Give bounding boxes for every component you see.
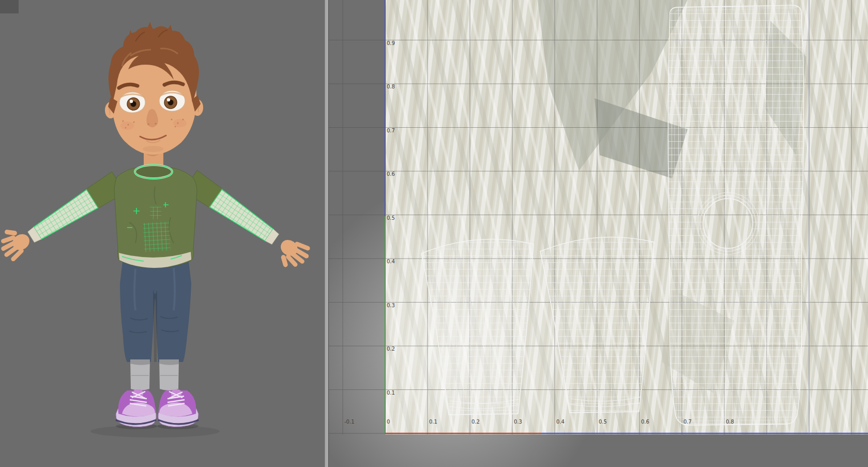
u-axis-tick: 0.6 bbox=[641, 419, 649, 425]
jeans[interactable] bbox=[120, 258, 191, 362]
uv-editor[interactable]: 0.9 0.8 0.7 0.6 0.5 0.4 0.3 0.2 0.1 -0.1… bbox=[329, 0, 868, 467]
v-axis-tick: 0.1 bbox=[387, 390, 395, 396]
right-hand[interactable] bbox=[271, 232, 314, 276]
left-sneaker[interactable] bbox=[116, 389, 157, 429]
v-axis-tick: 0.4 bbox=[387, 259, 395, 264]
head[interactable] bbox=[105, 22, 203, 155]
right-cheek-blush bbox=[173, 119, 187, 127]
u-axis-tick: 0.2 bbox=[471, 419, 480, 425]
v-axis-tick: 0.8 bbox=[387, 84, 395, 89]
v-axis-tick: 0.6 bbox=[387, 172, 395, 177]
v-axis-tick: 0.7 bbox=[387, 128, 395, 133]
u-axis-tick: 0.7 bbox=[683, 419, 692, 425]
left-hand[interactable] bbox=[0, 221, 35, 265]
uv-canvas[interactable] bbox=[329, 0, 868, 467]
u-axis-tick: 0.5 bbox=[599, 419, 607, 425]
u-axis-tick: 0.4 bbox=[556, 419, 565, 425]
shirt[interactable] bbox=[114, 165, 197, 268]
v-axis-tick: 0.5 bbox=[387, 216, 395, 221]
right-arm[interactable] bbox=[183, 170, 314, 276]
3d-application-window: 0.9 0.8 0.7 0.6 0.5 0.4 0.3 0.2 0.1 -0.1… bbox=[0, 0, 868, 467]
socks[interactable] bbox=[130, 359, 179, 390]
right-sneaker[interactable] bbox=[157, 389, 199, 429]
u-axis-tick: -0.1 bbox=[344, 419, 355, 425]
u-axis-tick: 0.1 bbox=[429, 419, 437, 425]
left-arm[interactable] bbox=[0, 172, 125, 264]
character-model[interactable] bbox=[0, 0, 325, 467]
u-axis-tick: 0.3 bbox=[514, 419, 522, 425]
v-axis-tick: 0.3 bbox=[387, 303, 395, 308]
panel-splitter[interactable] bbox=[325, 0, 329, 467]
u-axis-tick: 0 bbox=[387, 419, 390, 425]
u-axis-tick: 0.8 bbox=[726, 419, 734, 425]
left-cheek-blush bbox=[120, 122, 134, 130]
v-axis-tick: 0.2 bbox=[387, 347, 395, 352]
3d-viewport[interactable] bbox=[0, 0, 325, 467]
v-axis-tick: 0.9 bbox=[387, 41, 395, 46]
